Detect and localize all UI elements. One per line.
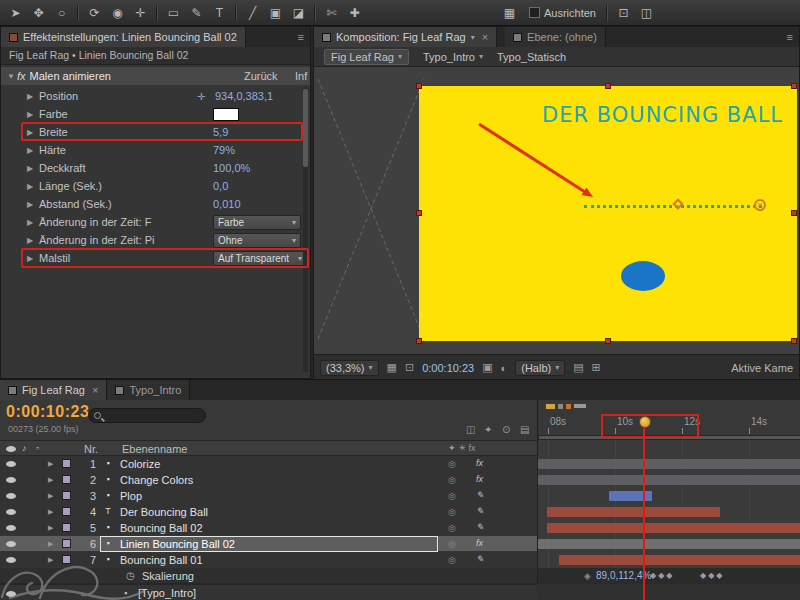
scale-keyframe-track[interactable]: ◈ 89,0,112,4% ◆◆◆ ◆◆◆: [537, 568, 800, 584]
layer-visibility-toggle[interactable]: [6, 591, 16, 597]
track-camera-tool-icon[interactable]: ◉: [106, 3, 129, 23]
selection-handle[interactable]: [416, 338, 422, 344]
marker-chip[interactable]: [566, 404, 571, 409]
property-expander-icon[interactable]: ▶: [27, 146, 37, 155]
reset-workspace-icon[interactable]: ⊡: [612, 3, 635, 23]
blue-ball-shape[interactable]: [621, 261, 665, 291]
layer-row-selected[interactable]: ▶ 6 ▪ Linien Bouncing Ball 02 ◎ fx: [0, 536, 537, 552]
keyframe-icons[interactable]: ◆◆◆: [700, 571, 724, 580]
layer-switch-icon[interactable]: ◎: [448, 507, 456, 517]
property-expander-icon[interactable]: ▶: [27, 236, 37, 245]
layer-expander-icon[interactable]: ▶: [48, 556, 53, 564]
active-camera-dropdown[interactable]: Aktive Kame: [731, 362, 793, 374]
selection-handle[interactable]: [605, 83, 611, 89]
layer-bar-der-bouncing-ball[interactable]: [547, 507, 720, 517]
color-timing-dropdown[interactable]: Farbe ▾: [213, 215, 301, 230]
selection-handle[interactable]: [791, 338, 797, 344]
layer-label-color[interactable]: [62, 459, 71, 468]
shape-tool-icon[interactable]: ▭: [162, 3, 185, 23]
frame-blend-icon[interactable]: ⊙: [502, 424, 510, 435]
property-expander-icon[interactable]: ▶: [27, 92, 37, 101]
layer-effects-badge[interactable]: fx: [476, 458, 483, 468]
hand-tool-icon[interactable]: ✥: [27, 3, 50, 23]
layer-row[interactable]: ▶ 4 T Der Bouncing Ball ◎ ✎: [0, 504, 537, 520]
layer-name[interactable]: Linien Bouncing Ball 02: [120, 538, 235, 550]
layer-label-color[interactable]: [62, 523, 71, 532]
roto-brush-tool-icon[interactable]: ✄: [320, 3, 343, 23]
layer-name[interactable]: Change Colors: [120, 474, 193, 486]
layer-label-color[interactable]: [62, 539, 71, 548]
layer-name[interactable]: Bouncing Ball 01: [120, 554, 203, 566]
layer-bar-change-colors[interactable]: [538, 475, 800, 485]
layer-bar-bouncing-ball-02[interactable]: [547, 523, 800, 533]
bouncing-ball-title-text[interactable]: DER BOUNCING BALL: [542, 103, 799, 127]
search-input[interactable]: [88, 408, 206, 423]
selection-handle[interactable]: [791, 83, 797, 89]
layer-bar-colorize[interactable]: [538, 459, 800, 469]
tab-layer-viewer[interactable]: Ebene: (ohne): [505, 27, 606, 47]
time-ruler[interactable]: 08s 10s 12s 14s: [537, 400, 800, 440]
layer-label-color[interactable]: [62, 475, 71, 484]
clone-stamp-tool-icon[interactable]: ▣: [264, 3, 287, 23]
opacity-value[interactable]: 100,0%: [213, 162, 250, 174]
selection-handle[interactable]: [416, 210, 422, 216]
layer-switch-icon[interactable]: ◎: [448, 475, 456, 485]
layer-name[interactable]: Colorize: [120, 458, 160, 470]
layer-bar-bouncing-ball-01[interactable]: [559, 555, 800, 565]
grid-guides-icon[interactable]: ▦: [387, 361, 397, 374]
layer-expander-icon[interactable]: ▶: [48, 492, 53, 500]
close-icon[interactable]: ×: [482, 31, 488, 43]
keyframe-icons[interactable]: ◆◆◆: [650, 571, 674, 580]
layer-visibility-toggle[interactable]: [6, 541, 16, 547]
layer-visibility-toggle[interactable]: [6, 493, 16, 499]
layer-visibility-toggle[interactable]: [6, 509, 16, 515]
property-expander-icon[interactable]: ▶: [27, 164, 37, 173]
puppet-pin-tool-icon[interactable]: ✚: [343, 3, 366, 23]
paint-style-dropdown[interactable]: Auf Transparent ▾: [213, 251, 307, 266]
hardness-value[interactable]: 79%: [213, 144, 235, 156]
keyframe-nav-icon[interactable]: ◈: [584, 571, 591, 581]
layer-expander-icon[interactable]: ▶: [48, 540, 53, 548]
tab-timeline-fig-leaf-rag[interactable]: Fig Leaf Rag ×: [0, 380, 107, 400]
property-expander-icon[interactable]: ▶: [27, 254, 37, 263]
layer-effects-badge[interactable]: ✎: [476, 554, 484, 564]
crumb-typo-statisch[interactable]: Typo_Statisch: [497, 51, 566, 63]
layer-expander-icon[interactable]: ▶: [48, 508, 53, 516]
layer-name[interactable]: Bouncing Ball 02: [120, 522, 203, 534]
draft-3d-icon[interactable]: ✦: [484, 424, 492, 435]
tab-effect-controls[interactable]: Effekteinstellungen: Linien Bouncing Bal…: [1, 27, 246, 47]
bottom-layer-row[interactable]: ▪ [Typo_Intro]: [0, 584, 537, 600]
layer-switch-icon[interactable]: ◎: [448, 491, 456, 501]
column-name-header[interactable]: Ebenenname: [122, 443, 187, 455]
property-expander-icon[interactable]: ▶: [27, 218, 37, 227]
mini-flowchart-icon[interactable]: ◫: [466, 424, 475, 435]
scrollbar-thumb[interactable]: [303, 89, 308, 167]
property-expander-icon[interactable]: ▶: [27, 182, 37, 191]
scale-property-row[interactable]: ◷ Skalierung: [0, 568, 537, 584]
type-tool-icon[interactable]: T: [208, 3, 231, 23]
composition-viewer[interactable]: DER BOUNCING BALL ✕: [314, 67, 799, 354]
layer-effects-badge[interactable]: ✎: [476, 522, 484, 532]
layer-bar-linien-bouncing-ball-02[interactable]: [538, 539, 800, 549]
layer-bar-plop[interactable]: [609, 491, 652, 501]
layer-expander-icon[interactable]: ▶: [48, 476, 53, 484]
width-value[interactable]: 5,9: [213, 126, 228, 138]
layer-visibility-toggle[interactable]: [6, 477, 16, 483]
brush-position-marker[interactable]: ✕: [754, 199, 766, 211]
marker-chip[interactable]: [546, 404, 555, 409]
layer-visibility-toggle[interactable]: [6, 525, 16, 531]
layer-row[interactable]: ▶ 7 ▪ Bouncing Ball 01 ◎ ✎: [0, 552, 537, 568]
length-value[interactable]: 0,0: [213, 180, 228, 192]
color-swatch[interactable]: [213, 108, 239, 121]
position-crosshair-icon[interactable]: ✛: [197, 91, 205, 102]
property-expander-icon[interactable]: ▶: [27, 200, 37, 209]
crumb-fig-leaf-rag[interactable]: Fig Leaf Rag ▾: [324, 49, 409, 65]
layer-label-color[interactable]: [62, 507, 71, 516]
snapshot-camera-icon[interactable]: ▣: [482, 361, 492, 374]
layer-visibility-toggle[interactable]: [6, 557, 16, 563]
fast-preview-icon[interactable]: ▤: [573, 361, 583, 374]
current-time-indicator-line[interactable]: [643, 428, 645, 600]
align-checkbox[interactable]: [529, 7, 540, 18]
layer-effects-badge[interactable]: ✎: [476, 490, 484, 500]
crumb-typo-intro[interactable]: Typo_Intro ▾: [423, 51, 483, 63]
